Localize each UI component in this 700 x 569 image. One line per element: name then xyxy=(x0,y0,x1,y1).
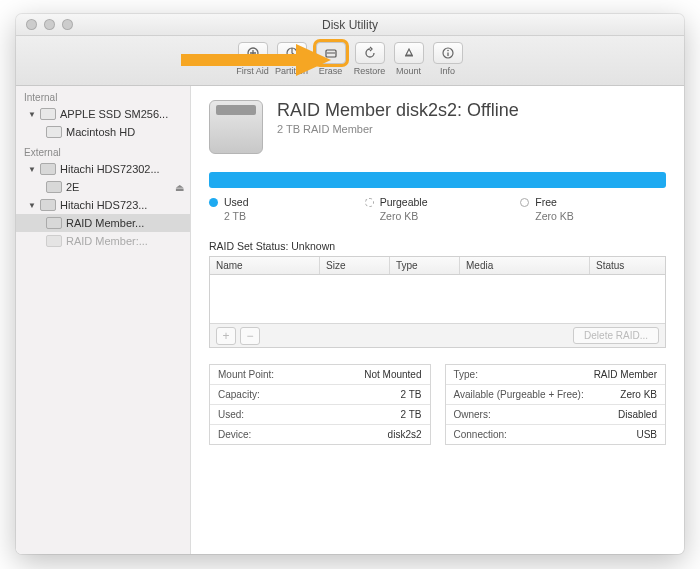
usage-legend: Used 2 TB Purgeable Zero KB Free Zero KB xyxy=(209,196,666,222)
erase-label: Erase xyxy=(319,66,343,76)
col-size[interactable]: Size xyxy=(320,257,390,274)
col-media[interactable]: Media xyxy=(460,257,590,274)
volume-icon xyxy=(46,235,62,247)
drive-icon xyxy=(40,199,56,211)
table-body-empty xyxy=(210,275,665,323)
legend-purgeable: Purgeable Zero KB xyxy=(365,196,511,222)
table-footer: + − Delete RAID... xyxy=(210,323,665,347)
sidebar: Internal ▼APPLE SSD SM256... Macintosh H… xyxy=(16,86,191,554)
disk-utility-window: Disk Utility First Aid Partition Erase R… xyxy=(16,14,684,554)
swatch-free xyxy=(520,198,529,207)
info-label: Info xyxy=(440,66,455,76)
first-aid-label: First Aid xyxy=(236,66,269,76)
sidebar-item-label: APPLE SSD SM256... xyxy=(60,108,168,120)
erase-button[interactable]: Erase xyxy=(313,42,348,76)
legend-value: Zero KB xyxy=(365,210,511,222)
legend-free: Free Zero KB xyxy=(520,196,666,222)
device-val: disk2s2 xyxy=(388,429,422,440)
volume-title: RAID Member disk2s2: Offline xyxy=(277,100,519,121)
volume-icon xyxy=(46,217,62,229)
type-key: Type: xyxy=(454,369,478,380)
sidebar-item-raid-member-2[interactable]: RAID Member:... xyxy=(16,232,190,250)
restore-button[interactable]: Restore xyxy=(352,42,387,76)
raid-set-table: Name Size Type Media Status + − Delete R… xyxy=(209,256,666,348)
window-title: Disk Utility xyxy=(16,18,684,32)
mount-point-key: Mount Point: xyxy=(218,369,274,380)
minimize-window-button[interactable] xyxy=(44,19,55,30)
legend-value: Zero KB xyxy=(520,210,666,222)
disclosure-triangle-icon[interactable]: ▼ xyxy=(28,110,36,118)
col-type[interactable]: Type xyxy=(390,257,460,274)
capacity-val: 2 TB xyxy=(401,389,422,400)
capacity-key: Capacity: xyxy=(218,389,260,400)
mount-point-val: Not Mounted xyxy=(364,369,421,380)
volume-icon xyxy=(46,126,62,138)
avail-key: Available (Purgeable + Free): xyxy=(454,389,584,400)
first-aid-button[interactable]: First Aid xyxy=(235,42,270,76)
add-button[interactable]: + xyxy=(216,327,236,345)
drive-icon xyxy=(40,108,56,120)
restore-label: Restore xyxy=(354,66,386,76)
sidebar-item-label: RAID Member... xyxy=(66,217,144,229)
delete-raid-button[interactable]: Delete RAID... xyxy=(573,327,659,344)
device-key: Device: xyxy=(218,429,251,440)
used-val: 2 TB xyxy=(401,409,422,420)
window-controls xyxy=(26,19,73,30)
eject-icon[interactable]: ⏏ xyxy=(175,182,184,193)
swatch-purgeable xyxy=(365,198,374,207)
sidebar-item-hitachi-2[interactable]: ▼Hitachi HDS723... xyxy=(16,196,190,214)
close-window-button[interactable] xyxy=(26,19,37,30)
body: Internal ▼APPLE SSD SM256... Macintosh H… xyxy=(16,86,684,554)
col-status[interactable]: Status xyxy=(590,257,665,274)
used-key: Used: xyxy=(218,409,244,420)
legend-label: Used xyxy=(224,196,249,208)
remove-button[interactable]: − xyxy=(240,327,260,345)
usage-bar xyxy=(209,172,666,188)
partition-label: Partition xyxy=(275,66,308,76)
mount-label: Mount xyxy=(396,66,421,76)
sidebar-item-label: Hitachi HDS723... xyxy=(60,199,147,211)
disclosure-triangle-icon[interactable]: ▼ xyxy=(28,201,36,209)
sidebar-item-raid-member-1[interactable]: RAID Member... xyxy=(16,214,190,232)
sidebar-item-macintosh-hd[interactable]: Macintosh HD xyxy=(16,123,190,141)
legend-used: Used 2 TB xyxy=(209,196,355,222)
partition-button[interactable]: Partition xyxy=(274,42,309,76)
info-button[interactable]: Info xyxy=(430,42,465,76)
type-val: RAID Member xyxy=(594,369,657,380)
sidebar-section-external: External xyxy=(16,141,190,160)
connection-key: Connection: xyxy=(454,429,507,440)
sidebar-item-label: 2E xyxy=(66,181,79,193)
table-header: Name Size Type Media Status xyxy=(210,257,665,275)
info-left: Mount Point:Not Mounted Capacity:2 TB Us… xyxy=(209,364,431,445)
sidebar-item-label: RAID Member:... xyxy=(66,235,148,247)
titlebar: Disk Utility xyxy=(16,14,684,36)
sidebar-item-2e[interactable]: 2E⏏ xyxy=(16,178,190,196)
svg-point-3 xyxy=(447,50,449,52)
drive-icon xyxy=(40,163,56,175)
toolbar: First Aid Partition Erase Restore Mount … xyxy=(16,36,684,86)
sidebar-item-hitachi-1[interactable]: ▼Hitachi HDS72302... xyxy=(16,160,190,178)
disk-icon xyxy=(209,100,263,154)
mount-button[interactable]: Mount xyxy=(391,42,426,76)
zoom-window-button[interactable] xyxy=(62,19,73,30)
info-panel: Mount Point:Not Mounted Capacity:2 TB Us… xyxy=(209,364,666,445)
raid-status-label: RAID Set Status: Unknown xyxy=(209,240,666,252)
owners-key: Owners: xyxy=(454,409,491,420)
content: RAID Member disk2s2: Offline 2 TB RAID M… xyxy=(191,86,684,554)
disclosure-triangle-icon[interactable]: ▼ xyxy=(28,165,36,173)
col-name[interactable]: Name xyxy=(210,257,320,274)
info-right: Type:RAID Member Available (Purgeable + … xyxy=(445,364,667,445)
legend-label: Purgeable xyxy=(380,196,428,208)
volume-header: RAID Member disk2s2: Offline 2 TB RAID M… xyxy=(209,100,666,154)
volume-icon xyxy=(46,181,62,193)
legend-value: 2 TB xyxy=(209,210,355,222)
legend-label: Free xyxy=(535,196,557,208)
sidebar-item-label: Macintosh HD xyxy=(66,126,135,138)
connection-val: USB xyxy=(636,429,657,440)
owners-val: Disabled xyxy=(618,409,657,420)
sidebar-item-label: Hitachi HDS72302... xyxy=(60,163,160,175)
sidebar-item-apple-ssd[interactable]: ▼APPLE SSD SM256... xyxy=(16,105,190,123)
swatch-used xyxy=(209,198,218,207)
avail-val: Zero KB xyxy=(620,389,657,400)
volume-subtitle: 2 TB RAID Member xyxy=(277,123,519,135)
